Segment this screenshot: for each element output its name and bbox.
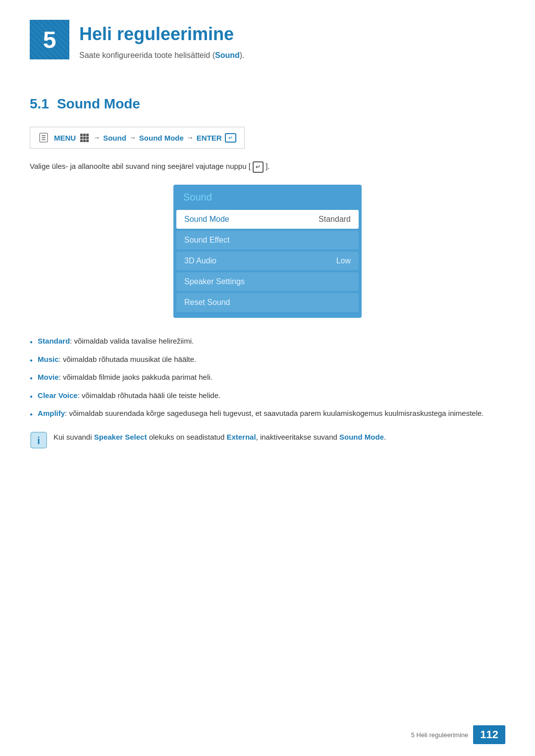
3d-audio-value: Low (336, 256, 351, 265)
section-title: 5.1 Sound Mode (30, 96, 505, 112)
svg-text:i: i (37, 435, 40, 446)
instruction-text: Valige üles- ja allanoolte abil suvand n… (30, 160, 505, 173)
3d-audio-label: 3D Audio (184, 256, 216, 265)
bullet-list: ● Standard: võimaldab valida tavalise he… (30, 336, 505, 419)
sound-menu-container: Sound Sound Mode Standard Sound Effect 3… (30, 185, 505, 318)
svg-rect-1 (42, 135, 46, 136)
grid-icon (80, 134, 89, 142)
footer-chapter-label: 5 Heli reguleerimine (411, 731, 469, 739)
chapter-subtitle: Saate konfigureerida toote helisätteid (… (79, 50, 245, 61)
bullet-dot: ● (30, 393, 33, 400)
svg-rect-2 (42, 137, 46, 138)
menu-item-sound-mode[interactable]: Sound Mode Standard (176, 210, 359, 229)
enter-key-icon: ↵ (253, 161, 264, 173)
bullet-dot: ● (30, 338, 33, 346)
sound-mode-value: Standard (319, 215, 351, 224)
menu-item-3d-audio[interactable]: 3D Audio Low (176, 252, 359, 270)
sound-effect-label: Sound Effect (184, 236, 229, 245)
menu-item-speaker-settings[interactable]: Speaker Settings (176, 272, 359, 291)
note-icon: i (30, 431, 48, 449)
chapter-number: 5 (30, 20, 69, 59)
sound-menu: Sound Sound Mode Standard Sound Effect 3… (173, 185, 362, 318)
menu-item-sound-effect[interactable]: Sound Effect (176, 231, 359, 250)
bullet-dot: ● (30, 410, 33, 418)
reset-sound-label: Reset Sound (184, 298, 230, 307)
chapter-title: Heli reguleerimine (79, 24, 245, 45)
page-footer: 5 Heli reguleerimine 112 (411, 725, 505, 744)
svg-rect-3 (42, 139, 46, 140)
sound-mode-label: Sound Mode (184, 215, 229, 224)
enter-icon: ↵ (225, 133, 236, 143)
bullet-music: ● Music: võimaldab rõhutada muusikat üle… (30, 354, 505, 365)
speaker-settings-label: Speaker Settings (184, 277, 245, 286)
bullet-standard: ● Standard: võimaldab valida tavalise he… (30, 336, 505, 347)
bullet-dot: ● (30, 356, 33, 364)
chapter-title-area: Heli reguleerimine Saate konfigureerida … (79, 20, 245, 61)
bullet-dot: ● (30, 374, 33, 382)
bullet-movie: ● Movie: võimaldab filmide jaoks pakkuda… (30, 372, 505, 383)
note-box: i Kui suvandi Speaker Select olekuks on … (30, 431, 505, 449)
menu-path: MENU → Sound → Sound Mode → ENTER ↵ (30, 127, 245, 149)
page-number: 112 (473, 725, 505, 744)
chapter-header: 5 Heli reguleerimine Saate konfigureerid… (0, 0, 535, 76)
sound-menu-title: Sound (173, 185, 362, 208)
bullet-clear-voice: ● Clear Voice: võimaldab rõhutada hääli … (30, 390, 505, 402)
section-5-1: 5.1 Sound Mode MENU → Sound → Sound Mode… (0, 76, 535, 469)
bullet-amplify: ● Amplify: võimaldab suurendada kõrge sa… (30, 408, 505, 419)
menu-remote-icon (38, 132, 49, 143)
info-icon: i (30, 431, 48, 449)
menu-item-reset-sound[interactable]: Reset Sound (176, 293, 359, 312)
note-text: Kui suvandi Speaker Select olekuks on se… (54, 431, 386, 443)
